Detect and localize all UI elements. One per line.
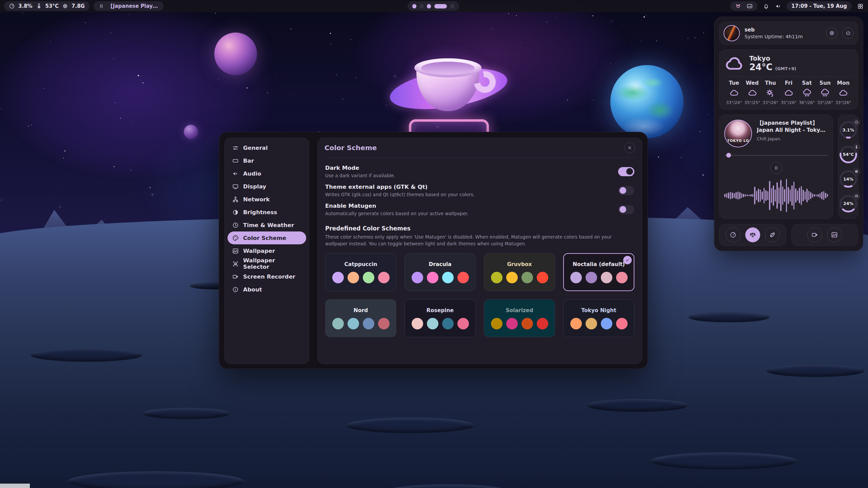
- sidebar-item-general[interactable]: General: [228, 141, 306, 154]
- workspace-dot-active[interactable]: [434, 4, 447, 8]
- sidebar-item-brightness[interactable]: Brightness: [228, 206, 306, 219]
- sidebar-item-display[interactable]: Display: [228, 180, 306, 193]
- side-panel: seb System Uptime: 4h11m Tokyo 24°C (GMT…: [714, 17, 863, 251]
- sidebar-item-label: Display: [243, 183, 266, 190]
- forecast-day-name: Fri: [785, 80, 793, 86]
- visualizer-bar: [816, 195, 817, 196]
- tray-app-icon[interactable]: [735, 3, 741, 9]
- pause-button[interactable]: [770, 162, 782, 174]
- slider-knob[interactable]: [726, 153, 731, 158]
- cloud-icon: [748, 88, 757, 98]
- clock[interactable]: 17:09 - Tue, 19 Aug: [787, 1, 852, 11]
- contrast-icon: [232, 209, 239, 216]
- media-pill-title: 【Japanese Playlist】 J...: [108, 3, 159, 9]
- system-tray[interactable]: [730, 1, 757, 11]
- scheme-card-noctalia-default-[interactable]: Noctalia (default): [563, 253, 634, 291]
- visualizer-bar: [730, 192, 731, 199]
- panel-title: Color Scheme: [324, 144, 624, 152]
- bar-icon: [232, 158, 239, 164]
- scheme-color-dots: [412, 272, 469, 283]
- sidebar-item-audio[interactable]: Audio: [228, 167, 306, 180]
- sidebar-item-wallpaper-selector[interactable]: Wallpaper Selector: [228, 257, 306, 270]
- sidebar-item-bar[interactable]: Bar: [228, 154, 306, 167]
- color-dot: [348, 272, 359, 283]
- forecast-day: Fri35°/26°: [780, 80, 798, 105]
- sidebar-item-screen-recorder[interactable]: Screen Recorder: [228, 270, 306, 283]
- sidebar-item-wallpaper[interactable]: Wallpaper: [228, 244, 306, 257]
- sidebar-item-color-scheme[interactable]: Color Scheme: [228, 231, 306, 244]
- sidebar-item-time-weather[interactable]: Time & Weather: [228, 219, 306, 231]
- volume-icon[interactable]: [774, 2, 782, 10]
- sidebar-item-label: Wallpaper Selector: [243, 257, 301, 270]
- setting-label: Enable Matugen: [325, 203, 618, 209]
- purple-planet: [214, 33, 257, 75]
- media-pill[interactable]: 【Japanese Playlist】 J...: [94, 1, 163, 11]
- weather-timezone: (GMT+9): [775, 66, 796, 71]
- color-dot: [601, 318, 612, 329]
- forecast-temps: 33°/26°: [817, 100, 833, 105]
- leaf-button[interactable]: [765, 227, 780, 242]
- color-dot: [363, 318, 374, 329]
- forecast-temps: 33°/24°: [726, 100, 742, 105]
- setting-label: Dark Mode: [325, 165, 618, 171]
- toggle-switch[interactable]: [618, 186, 634, 195]
- image-button[interactable]: [827, 227, 842, 242]
- scheme-card-dracula[interactable]: Dracula: [405, 253, 476, 291]
- scales-button[interactable]: [745, 227, 760, 242]
- scheme-name: Dracula: [429, 261, 452, 267]
- color-dot: [457, 318, 469, 329]
- video-button[interactable]: [807, 227, 822, 242]
- system-gauge: 54°C: [839, 145, 858, 164]
- scheme-card-solarized[interactable]: Solarized: [484, 299, 555, 337]
- color-dot: [506, 272, 518, 283]
- workspace-dot[interactable]: [427, 4, 431, 8]
- visualizer-bar: [776, 182, 778, 209]
- avatar: [724, 25, 740, 41]
- color-dot: [586, 272, 597, 283]
- color-dot: [442, 272, 454, 283]
- sidebar-item-label: Screen Recorder: [243, 273, 295, 280]
- visualizer-bar: [769, 181, 770, 210]
- toggle-switch[interactable]: [618, 205, 634, 214]
- gauge-button[interactable]: [726, 227, 741, 242]
- close-button[interactable]: [624, 142, 635, 153]
- sidebar-item-network[interactable]: Network: [228, 193, 306, 206]
- visualizer-bar: [810, 192, 811, 199]
- workspace-indicator[interactable]: [408, 1, 459, 11]
- scheme-color-dots: [491, 318, 548, 329]
- cpu-temp: 53°C: [45, 3, 59, 9]
- system-stats-pill[interactable]: 3.8% 53°C 7.8G: [4, 1, 90, 11]
- workspace-dot[interactable]: [412, 4, 416, 8]
- visualizer-bar: [817, 194, 819, 197]
- scheme-card-rosepine[interactable]: Rosepine: [405, 299, 476, 337]
- workspace-dot[interactable]: [450, 4, 454, 8]
- workspace-dot[interactable]: [420, 4, 424, 8]
- tray-image-icon[interactable]: [747, 3, 753, 9]
- scheme-card-gruvbox[interactable]: Gruvbox: [484, 253, 555, 291]
- power-button[interactable]: [842, 27, 854, 39]
- forecast-temps: 36°/26°: [799, 100, 815, 105]
- visualizer-bar: [806, 189, 808, 202]
- settings-gear-button[interactable]: [826, 27, 837, 39]
- toggle-switch[interactable]: [618, 167, 634, 176]
- notifications-bell-icon[interactable]: [762, 2, 770, 10]
- visualizer-bar: [734, 193, 735, 198]
- scheme-card-tokyo-night[interactable]: Tokyo Night: [563, 299, 634, 337]
- scheme-card-nord[interactable]: Nord: [325, 299, 396, 337]
- visualizer-bar: [745, 194, 746, 197]
- color-dot: [412, 272, 423, 283]
- color-dot: [427, 272, 438, 283]
- visualizer-bar: [771, 188, 772, 203]
- setting-label: Theme external apps (GTK & Qt): [325, 184, 618, 190]
- scheme-card-catppuccin[interactable]: Catppuccin: [325, 253, 396, 291]
- overview-grid-icon[interactable]: [856, 2, 864, 10]
- visualizer-bar: [767, 191, 769, 200]
- color-dot: [348, 318, 359, 329]
- drive-icon: [853, 192, 860, 200]
- visualizer-bar: [801, 186, 802, 205]
- scheme-color-dots: [570, 272, 628, 283]
- color-dot: [616, 272, 628, 283]
- sidebar-item-about[interactable]: About: [228, 283, 306, 296]
- media-progress-slider[interactable]: [724, 153, 828, 158]
- screen-corner-artifact: [0, 484, 30, 488]
